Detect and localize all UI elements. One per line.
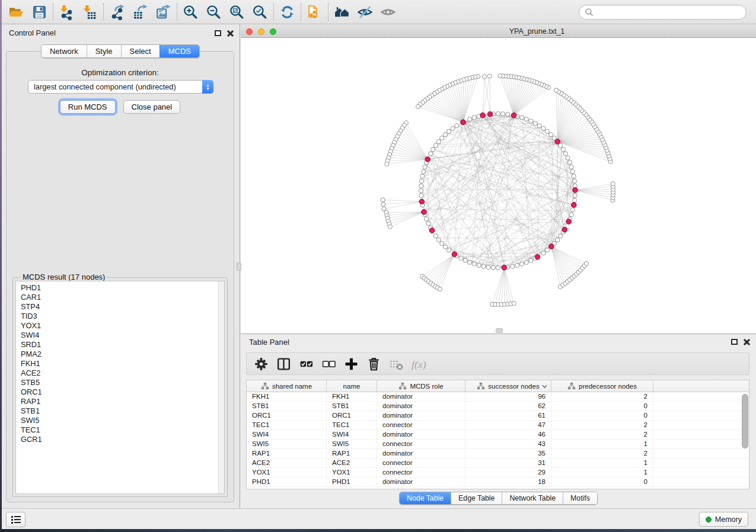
neighborhood-houses-icon[interactable]	[330, 2, 353, 22]
table-row[interactable]: TEC1TEC1connector472	[247, 421, 749, 430]
mcds-result-item[interactable]: SWI4	[16, 331, 218, 340]
mcds-result-item[interactable]: PMA2	[16, 350, 218, 359]
close-panel-icon[interactable]	[227, 30, 234, 37]
zoom-in-icon[interactable]	[179, 2, 202, 22]
cell-name: RAP1	[327, 449, 377, 458]
column-header-MCDS-role[interactable]: MCDS role	[377, 380, 465, 392]
export-table-icon[interactable]	[129, 2, 152, 22]
mcds-result-item[interactable]: STB5	[16, 378, 218, 387]
task-history-button[interactable]	[6, 512, 25, 527]
cell-successor_nodes: 43	[465, 440, 551, 448]
network-canvas[interactable]	[241, 38, 756, 334]
column-header-shared-name[interactable]: shared name	[247, 380, 327, 392]
settings-gear-icon[interactable]	[251, 355, 270, 373]
mcds-result-item[interactable]: ACE2	[16, 368, 218, 378]
memory-button[interactable]: Memory	[699, 512, 748, 527]
mcds-list-scrollbar[interactable]	[218, 281, 224, 493]
tab-edge-table[interactable]: Edge Table	[451, 492, 502, 504]
mcds-result-item[interactable]: STB1	[16, 406, 218, 416]
cell-mcds_role: connector	[377, 421, 465, 430]
table-row[interactable]: SWI4SWI4dominator462	[247, 430, 749, 440]
mcds-panel: Optimization criterion: largest connecte…	[6, 51, 234, 502]
close-table-panel-icon[interactable]	[743, 338, 750, 345]
float-panel-icon[interactable]	[215, 30, 221, 36]
run-mcds-button[interactable]: Run MCDS	[60, 100, 116, 114]
split-panel-icon[interactable]	[274, 355, 293, 373]
float-table-panel-icon[interactable]	[731, 339, 738, 345]
mcds-result-item[interactable]: SWI5	[16, 416, 218, 425]
export-network-icon[interactable]	[106, 2, 129, 22]
tab-network-table[interactable]: Network Table	[502, 492, 563, 504]
tab-network[interactable]: Network	[42, 45, 87, 57]
table-row[interactable]: ORC1ORC1dominator610	[247, 411, 749, 421]
deselect-all-boxes-icon[interactable]	[319, 355, 338, 373]
mcds-result-item[interactable]: TEC1	[16, 425, 218, 435]
table-scrollbar-thumb[interactable]	[742, 394, 748, 448]
cell-predecessor_nodes: 0	[551, 411, 653, 420]
table-body: FKH1FKH1dominator962STB1STB1dominator620…	[247, 392, 749, 489]
mcds-result-item[interactable]: PHD1	[16, 283, 218, 293]
tab-motifs[interactable]: Motifs	[563, 492, 597, 504]
open-session-icon[interactable]	[5, 2, 28, 22]
search-input[interactable]	[596, 8, 741, 17]
import-network-icon[interactable]	[55, 2, 78, 22]
column-header-successor-nodes[interactable]: successor nodes	[465, 380, 551, 392]
tab-select[interactable]: Select	[121, 45, 160, 57]
mcds-result-item[interactable]: RAP1	[16, 397, 218, 406]
share-network-document-icon[interactable]	[303, 2, 326, 22]
save-session-icon[interactable]	[28, 2, 51, 22]
cell-filler	[653, 459, 749, 467]
close-panel-button[interactable]: Close panel	[123, 100, 181, 114]
cell-name: FKH1	[327, 392, 377, 401]
column-header-name[interactable]: name	[327, 380, 377, 392]
zoom-out-icon[interactable]	[202, 2, 225, 22]
cell-predecessor_nodes: 1	[551, 459, 653, 467]
mcds-result-item[interactable]: ORC1	[16, 387, 218, 397]
tab-mcds[interactable]: MCDS	[160, 45, 199, 57]
mcds-result-list[interactable]: PHD1CAR1STP4TID3YOX1SWI4SRD1PMA2FKH1ACE2…	[15, 281, 225, 494]
table-row[interactable]: PHD1PHD1dominator180	[247, 477, 749, 487]
tab-style[interactable]: Style	[87, 45, 121, 57]
table-row[interactable]: YOX1YOX1connector291	[247, 468, 749, 477]
cell-mcds_role: connector	[377, 468, 465, 477]
delete-column-trash-icon[interactable]	[364, 355, 383, 373]
zoom-fit-icon[interactable]	[225, 2, 248, 22]
table-row[interactable]: STB1STB1dominator620	[247, 402, 749, 411]
mcds-result-item[interactable]: FKH1	[16, 359, 218, 368]
cell-mcds_role: dominator	[377, 392, 465, 401]
table-row[interactable]: ACE2ACE2connector311	[247, 459, 749, 468]
cell-predecessor_nodes: 0	[551, 402, 653, 411]
mcds-result-item[interactable]: STP4	[16, 302, 218, 312]
toolbar-separator	[177, 3, 177, 21]
column-header-predecessor-nodes[interactable]: predecessor nodes	[551, 380, 653, 392]
mcds-result-item[interactable]: CAR1	[16, 293, 218, 302]
cell-successor_nodes: 31	[465, 459, 551, 467]
cell-predecessor_nodes: 2	[551, 430, 653, 439]
search-box[interactable]	[579, 5, 747, 20]
mcds-result-item[interactable]: TID3	[16, 312, 218, 321]
zoom-selected-icon[interactable]	[248, 2, 272, 22]
select-all-checks-icon[interactable]	[296, 355, 315, 373]
optimization-criterion-dropdown[interactable]: largest connected component (undirected)…	[28, 80, 213, 94]
network-graph[interactable]	[241, 38, 756, 334]
hide-selected-eye-icon[interactable]	[353, 2, 377, 22]
column-header-filler	[653, 380, 749, 392]
cell-name: ORC1	[327, 411, 377, 420]
mcds-result-item[interactable]: YOX1	[16, 321, 218, 331]
table-row[interactable]: FKH1FKH1dominator962	[247, 392, 749, 402]
horizontal-splitter-grip[interactable]	[496, 328, 503, 333]
network-window-titlebar[interactable]: YPA_prune.txt_1	[241, 25, 756, 38]
cell-predecessor_nodes: 2	[551, 392, 653, 401]
tab-node-table[interactable]: Node Table	[400, 492, 451, 504]
mcds-result-item[interactable]: GCR1	[16, 435, 218, 444]
cell-successor_nodes: 61	[465, 411, 551, 420]
mcds-result-item[interactable]: SRD1	[16, 340, 218, 350]
table-row[interactable]: SWI5SWI5connector431	[247, 440, 749, 449]
vertical-splitter-grip[interactable]	[237, 262, 241, 271]
show-hidden-eye-icon[interactable]	[377, 2, 400, 22]
export-image-icon[interactable]	[152, 2, 175, 22]
table-row[interactable]: RAP1RAP1dominator352	[247, 449, 749, 459]
add-column-plus-icon[interactable]	[342, 355, 361, 373]
import-table-icon[interactable]	[78, 2, 101, 22]
refresh-view-icon[interactable]	[276, 2, 299, 22]
